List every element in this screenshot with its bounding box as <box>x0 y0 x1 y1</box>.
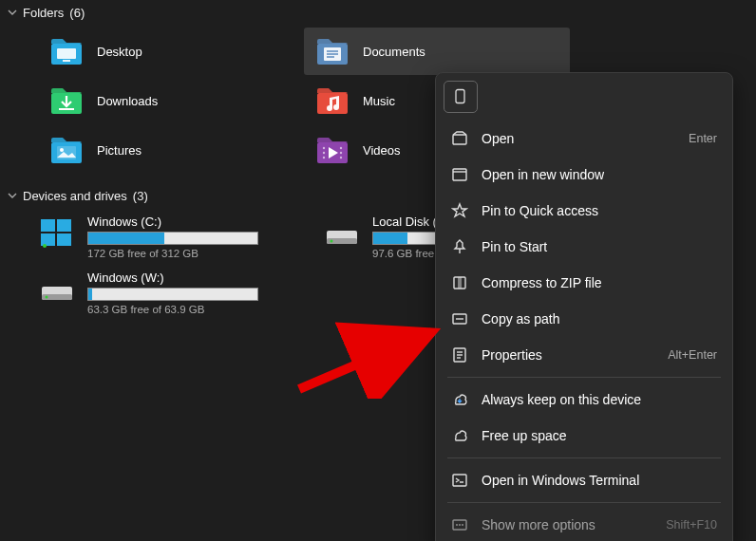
context-menu-label: Properties <box>482 347 542 363</box>
drives-count: (3) <box>133 189 148 203</box>
context-menu-label: Open in Windows Terminal <box>482 473 639 488</box>
context-menu-separator <box>447 457 721 458</box>
svg-point-31 <box>46 296 48 299</box>
context-menu-item-open[interactable]: Open Enter <box>436 121 732 157</box>
context-menu-label: Compress to ZIP file <box>482 275 602 290</box>
context-menu: Open Enter Open in new window Pin to Qui… <box>435 72 733 541</box>
pictures-folder-icon <box>49 136 84 164</box>
svg-point-44 <box>456 524 458 526</box>
context-menu-label: Always keep on this device <box>482 392 641 407</box>
folder-item-documents[interactable]: Documents <box>304 28 570 75</box>
drives-title: Devices and drives <box>23 189 127 203</box>
svg-point-17 <box>323 157 325 159</box>
desktop-folder-icon <box>49 37 84 65</box>
more-icon <box>451 516 468 533</box>
context-menu-item-pin[interactable]: Pin to Start <box>436 229 732 265</box>
context-menu-item-zip[interactable]: Compress to ZIP file <box>436 265 732 301</box>
context-menu-item-more[interactable]: Show more options Shift+F10 <box>436 507 732 541</box>
star-icon <box>451 202 468 219</box>
svg-point-45 <box>459 524 461 526</box>
svg-point-20 <box>340 157 342 159</box>
windows-drive-icon <box>38 215 76 252</box>
drive-free-text: 63.3 GB free of 63.9 GB <box>87 304 304 315</box>
drive-free-text: 172 GB free of 312 GB <box>87 248 304 259</box>
folders-count: (6) <box>69 6 85 20</box>
folders-title: Folders <box>23 6 64 20</box>
context-menu-separator <box>447 377 721 378</box>
folder-item-pictures[interactable]: Pictures <box>38 126 304 174</box>
music-folder-icon <box>315 86 350 115</box>
chevron-down-icon <box>8 189 17 203</box>
folder-label: Pictures <box>97 143 142 158</box>
downloads-folder-icon <box>49 86 84 115</box>
svg-line-47 <box>299 332 432 389</box>
context-menu-hint: Enter <box>689 132 717 145</box>
context-menu-label: Open <box>482 131 514 146</box>
context-menu-item-cloud[interactable]: Free up space <box>436 418 732 454</box>
pin-icon <box>451 238 468 255</box>
svg-rect-32 <box>456 90 464 103</box>
cloud-dl-icon <box>451 391 468 408</box>
documents-folder-icon <box>315 37 350 65</box>
folder-item-downloads[interactable]: Downloads <box>38 77 304 124</box>
svg-point-13 <box>60 148 64 152</box>
context-menu-item-window[interactable]: Open in new window <box>436 157 732 193</box>
drive-item[interactable]: Windows (W:) 63.3 GB free of 63.9 GB <box>38 267 304 319</box>
context-menu-item-terminal[interactable]: Open in Windows Terminal <box>436 462 732 498</box>
svg-point-28 <box>331 240 333 243</box>
videos-folder-icon <box>315 136 350 164</box>
context-menu-label: Copy as path <box>482 311 560 326</box>
svg-rect-2 <box>63 60 70 62</box>
context-menu-item-star[interactable]: Pin to Quick access <box>436 193 732 229</box>
annotation-arrow <box>294 313 456 399</box>
context-menu-hint: Shift+F10 <box>666 518 717 532</box>
svg-point-16 <box>323 152 325 154</box>
hdd-drive-icon <box>323 215 361 252</box>
svg-rect-1 <box>57 48 76 59</box>
svg-point-18 <box>340 147 342 149</box>
window-icon <box>451 166 468 183</box>
zip-icon <box>451 274 468 291</box>
terminal-icon <box>451 472 468 489</box>
folder-label: Desktop <box>97 45 142 59</box>
context-menu-separator <box>447 502 721 503</box>
context-menu-label: Pin to Quick access <box>482 203 598 218</box>
cloud-icon <box>451 427 468 444</box>
svg-rect-22 <box>57 219 71 232</box>
folder-item-desktop[interactable]: Desktop <box>38 28 304 75</box>
context-menu-label: Pin to Start <box>482 239 547 254</box>
props-icon <box>451 346 468 364</box>
path-icon <box>451 310 468 327</box>
context-menu-item-cloud-dl[interactable]: Always keep on this device <box>436 382 732 418</box>
context-menu-hint: Alt+Enter <box>668 348 717 362</box>
svg-rect-21 <box>41 219 55 232</box>
context-menu-label: Show more options <box>482 517 595 532</box>
folder-label: Downloads <box>97 94 158 108</box>
drive-usage-bar <box>87 232 258 245</box>
svg-rect-23 <box>41 233 55 246</box>
folders-section-header[interactable]: Folders (6) <box>0 0 756 28</box>
svg-point-19 <box>340 152 342 154</box>
svg-rect-33 <box>453 135 466 144</box>
folder-label: Music <box>363 94 395 108</box>
svg-point-46 <box>462 524 463 526</box>
context-menu-label: Free up space <box>482 428 567 443</box>
drive-name: Windows (W:) <box>87 270 304 285</box>
svg-rect-36 <box>454 277 465 289</box>
svg-rect-24 <box>57 233 71 246</box>
chevron-down-icon <box>8 6 17 20</box>
svg-point-15 <box>323 147 325 149</box>
context-menu-label: Open in new window <box>482 167 604 182</box>
folder-label: Documents <box>363 45 425 59</box>
context-menu-item-path[interactable]: Copy as path <box>436 301 732 337</box>
drive-usage-bar <box>87 288 258 301</box>
svg-rect-34 <box>453 169 466 180</box>
drive-name: Windows (C:) <box>87 215 304 229</box>
open-icon <box>451 130 468 147</box>
context-menu-item-props[interactable]: Properties Alt+Enter <box>436 337 732 373</box>
hdd-drive-icon <box>38 270 76 308</box>
folder-label: Videos <box>363 143 401 158</box>
context-menu-copy-button[interactable] <box>444 81 478 113</box>
svg-point-25 <box>43 244 47 248</box>
drive-item[interactable]: Windows (C:) 172 GB free of 312 GB <box>38 211 304 263</box>
